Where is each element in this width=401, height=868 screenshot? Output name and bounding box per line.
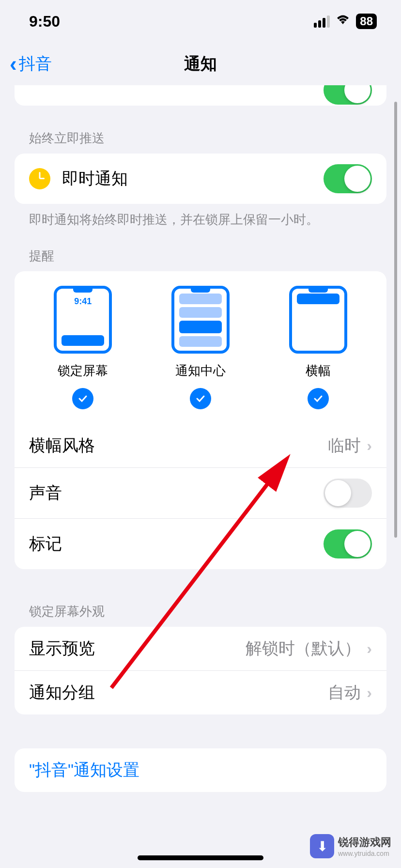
row-notification-grouping[interactable]: 通知分组 自动 › xyxy=(15,670,386,714)
lockscreen-label: 锁定屏幕 xyxy=(58,362,108,379)
alert-option-banners[interactable]: 横幅 xyxy=(289,286,347,409)
row-sounds: 声音 xyxy=(15,467,386,518)
check-circle-notif-center xyxy=(190,388,211,409)
row-badges: 标记 xyxy=(15,518,386,569)
signal-icon xyxy=(314,16,330,28)
banners-label: 横幅 xyxy=(306,362,331,379)
badges-toggle[interactable] xyxy=(324,529,372,558)
section-footer-instant: 即时通知将始终即时推送，并在锁屏上保留一小时。 xyxy=(15,204,386,248)
app-settings-link: "抖音"通知设置 xyxy=(29,759,139,781)
instant-toggle[interactable] xyxy=(324,164,372,193)
content: 始终立即推送 即时通知 即时通知将始终即时推送，并在锁屏上保留一小时。 提醒 9… xyxy=(0,85,401,792)
show-previews-label: 显示预览 xyxy=(29,637,95,660)
card-app-settings: "抖音"通知设置 xyxy=(15,748,386,792)
row-banner-style[interactable]: 横幅风格 临时 › xyxy=(15,424,386,467)
status-bar: 9:50 88 xyxy=(0,0,401,43)
row-instant-notifications: 即时通知 xyxy=(15,154,386,204)
nav-bar: ‹ 抖音 通知 xyxy=(0,43,401,85)
instant-label: 即时通知 xyxy=(62,168,128,190)
chevron-right-icon: › xyxy=(367,640,372,658)
lockscreen-mock-icon: 9:41 xyxy=(54,286,112,354)
watermark-url: www.ytruida.com xyxy=(338,850,391,857)
page-title: 通知 xyxy=(184,53,217,75)
back-label: 抖音 xyxy=(19,53,52,75)
section-header-alerts: 提醒 xyxy=(15,248,386,271)
status-right: 88 xyxy=(314,14,377,29)
banner-style-label: 横幅风格 xyxy=(29,434,95,457)
check-circle-banners xyxy=(308,388,329,409)
chevron-right-icon: › xyxy=(367,437,372,455)
chevron-left-icon: ‹ xyxy=(10,52,17,76)
clock-icon xyxy=(29,168,50,189)
wifi-icon xyxy=(336,14,350,29)
cutoff-toggle[interactable] xyxy=(324,85,372,105)
status-time: 9:50 xyxy=(29,13,60,31)
notification-center-mock-icon xyxy=(171,286,230,354)
grouping-value: 自动 › xyxy=(328,682,372,704)
alerts-row: 9:41 锁定屏幕 通知中心 xyxy=(15,286,386,424)
badges-label: 标记 xyxy=(29,533,62,555)
notification-center-label: 通知中心 xyxy=(175,362,226,379)
watermark-title: 锐得游戏网 xyxy=(338,835,391,850)
scrollbar[interactable] xyxy=(394,102,397,538)
sounds-label: 声音 xyxy=(29,482,62,504)
row-show-previews[interactable]: 显示预览 解锁时（默认） › xyxy=(15,627,386,670)
check-circle-lockscreen xyxy=(72,388,93,409)
alert-option-lockscreen[interactable]: 9:41 锁定屏幕 xyxy=(54,286,112,409)
section-header-lockscreen-appearance: 锁定屏幕外观 xyxy=(15,603,386,627)
chevron-right-icon: › xyxy=(367,684,372,702)
back-button[interactable]: ‹ 抖音 xyxy=(10,52,52,76)
watermark-logo-icon: ⬇ xyxy=(310,834,334,858)
banner-style-value: 临时 › xyxy=(328,434,372,457)
card-alerts: 9:41 锁定屏幕 通知中心 xyxy=(15,271,386,569)
grouping-label: 通知分组 xyxy=(29,682,95,704)
sounds-toggle[interactable] xyxy=(324,479,372,508)
alert-option-notification-center[interactable]: 通知中心 xyxy=(171,286,230,409)
watermark: ⬇ 锐得游戏网 www.ytruida.com xyxy=(310,834,391,858)
home-indicator[interactable] xyxy=(138,855,263,860)
show-previews-value: 解锁时（默认） › xyxy=(246,637,372,660)
card-lockscreen-appearance: 显示预览 解锁时（默认） › 通知分组 自动 › xyxy=(15,627,386,714)
battery-icon: 88 xyxy=(356,14,377,29)
card-instant: 即时通知 xyxy=(15,154,386,204)
row-app-settings[interactable]: "抖音"通知设置 xyxy=(15,748,386,792)
section-header-always-deliver: 始终立即推送 xyxy=(15,130,386,154)
partial-cutoff-row xyxy=(15,85,386,106)
banners-mock-icon xyxy=(289,286,347,354)
